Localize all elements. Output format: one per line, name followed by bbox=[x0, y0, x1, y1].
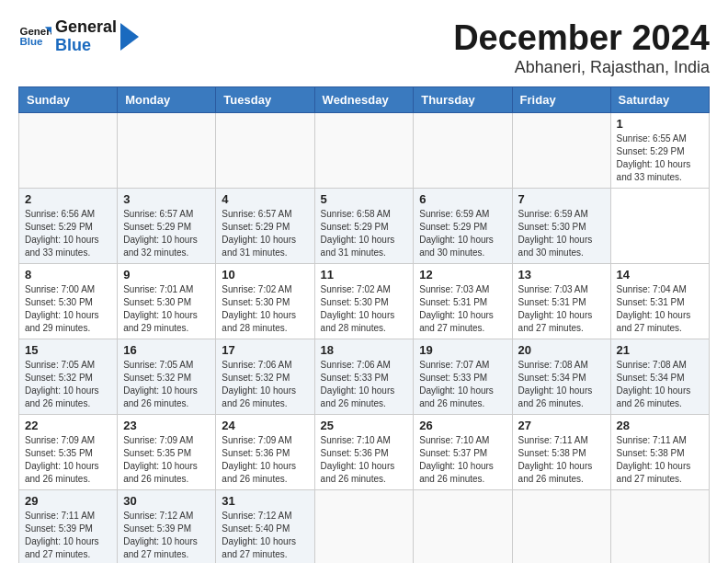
daylight: Daylight: 10 hours and 26 minutes. bbox=[518, 385, 605, 410]
day-number: 22 bbox=[25, 419, 111, 432]
day-info: Sunrise: 7:10 AM Sunset: 5:36 PM Dayligh… bbox=[321, 434, 408, 486]
calendar-day-cell: 22 Sunrise: 7:09 AM Sunset: 5:35 PM Dayl… bbox=[19, 415, 118, 490]
calendar-subtitle: Abhaneri, Rajasthan, India bbox=[453, 58, 710, 77]
calendar-day-cell: 6 Sunrise: 6:59 AM Sunset: 5:29 PM Dayli… bbox=[414, 189, 512, 264]
day-number: 10 bbox=[222, 268, 308, 282]
sunrise: Sunrise: 7:06 AM bbox=[321, 359, 408, 372]
sunset: Sunset: 5:30 PM bbox=[518, 221, 605, 234]
calendar-day-cell bbox=[314, 113, 414, 189]
calendar-day-cell: 16 Sunrise: 7:05 AM Sunset: 5:32 PM Dayl… bbox=[118, 339, 216, 415]
daylight: Daylight: 10 hours and 26 minutes. bbox=[222, 460, 308, 486]
daylight: Daylight: 10 hours and 26 minutes. bbox=[419, 385, 506, 410]
sunrise: Sunrise: 6:59 AM bbox=[518, 208, 605, 221]
calendar-day-cell bbox=[414, 490, 512, 564]
calendar-day-cell: 26 Sunrise: 7:10 AM Sunset: 5:37 PM Dayl… bbox=[414, 415, 512, 490]
svg-text:Blue: Blue bbox=[19, 36, 43, 47]
calendar-day-cell bbox=[512, 113, 610, 189]
calendar-day-cell bbox=[19, 113, 118, 189]
title-section: December 2024 Abhaneri, Rajasthan, India bbox=[453, 18, 710, 77]
calendar-day-cell: 8 Sunrise: 7:00 AM Sunset: 5:30 PM Dayli… bbox=[19, 264, 118, 339]
daylight: Daylight: 10 hours and 26 minutes. bbox=[321, 385, 408, 410]
sunrise: Sunrise: 7:08 AM bbox=[518, 359, 605, 372]
daylight: Daylight: 10 hours and 31 minutes. bbox=[321, 234, 408, 259]
day-info: Sunrise: 7:10 AM Sunset: 5:37 PM Dayligh… bbox=[419, 434, 506, 486]
calendar-day-cell: 30 Sunrise: 7:12 AM Sunset: 5:39 PM Dayl… bbox=[118, 490, 216, 564]
sunrise: Sunrise: 7:08 AM bbox=[617, 359, 703, 372]
day-info: Sunrise: 7:11 AM Sunset: 5:38 PM Dayligh… bbox=[617, 434, 703, 486]
day-info: Sunrise: 7:01 AM Sunset: 5:30 PM Dayligh… bbox=[123, 283, 210, 335]
daylight: Daylight: 10 hours and 26 minutes. bbox=[25, 385, 111, 410]
day-info: Sunrise: 6:59 AM Sunset: 5:30 PM Dayligh… bbox=[518, 208, 605, 259]
day-info: Sunrise: 7:03 AM Sunset: 5:31 PM Dayligh… bbox=[419, 283, 506, 335]
day-info: Sunrise: 6:56 AM Sunset: 5:29 PM Dayligh… bbox=[25, 208, 111, 259]
sunset: Sunset: 5:31 PM bbox=[419, 296, 506, 309]
sunrise: Sunrise: 7:06 AM bbox=[222, 359, 308, 372]
sunrise: Sunrise: 7:05 AM bbox=[123, 359, 210, 372]
sunrise: Sunrise: 7:03 AM bbox=[518, 283, 605, 296]
calendar-week-6: 29 Sunrise: 7:11 AM Sunset: 5:39 PM Dayl… bbox=[19, 490, 710, 564]
sunrise: Sunrise: 7:10 AM bbox=[419, 434, 506, 447]
col-saturday: Saturday bbox=[610, 87, 709, 113]
daylight: Daylight: 10 hours and 27 minutes. bbox=[518, 309, 605, 335]
daylight: Daylight: 10 hours and 29 minutes. bbox=[123, 309, 210, 335]
day-number: 8 bbox=[25, 268, 111, 282]
day-number: 1 bbox=[617, 117, 703, 131]
sunset: Sunset: 5:29 PM bbox=[321, 221, 408, 234]
calendar-day-cell: 21 Sunrise: 7:08 AM Sunset: 5:34 PM Dayl… bbox=[610, 339, 709, 415]
calendar-day-cell: 14 Sunrise: 7:04 AM Sunset: 5:31 PM Dayl… bbox=[610, 264, 709, 339]
sunset: Sunset: 5:37 PM bbox=[419, 447, 506, 460]
calendar-day-cell: 1 Sunrise: 6:55 AM Sunset: 5:29 PM Dayli… bbox=[610, 113, 709, 189]
daylight: Daylight: 10 hours and 32 minutes. bbox=[123, 234, 210, 259]
sunset: Sunset: 5:29 PM bbox=[617, 145, 703, 158]
sunset: Sunset: 5:35 PM bbox=[25, 447, 111, 460]
day-number: 29 bbox=[25, 494, 111, 508]
day-number: 31 bbox=[222, 494, 308, 508]
sunrise: Sunrise: 7:01 AM bbox=[123, 283, 210, 296]
calendar-day-cell bbox=[512, 490, 610, 564]
day-number: 4 bbox=[222, 192, 308, 206]
day-number: 23 bbox=[123, 419, 210, 432]
calendar-day-cell: 13 Sunrise: 7:03 AM Sunset: 5:31 PM Dayl… bbox=[512, 264, 610, 339]
daylight: Daylight: 10 hours and 27 minutes. bbox=[222, 535, 308, 561]
calendar-day-cell: 11 Sunrise: 7:02 AM Sunset: 5:30 PM Dayl… bbox=[314, 264, 414, 339]
sunrise: Sunrise: 7:00 AM bbox=[25, 283, 111, 296]
calendar-day-cell: 9 Sunrise: 7:01 AM Sunset: 5:30 PM Dayli… bbox=[118, 264, 216, 339]
svg-marker-3 bbox=[120, 23, 139, 51]
calendar-header-row: Sunday Monday Tuesday Wednesday Thursday… bbox=[19, 87, 710, 113]
sunset: Sunset: 5:32 PM bbox=[25, 372, 111, 385]
col-friday: Friday bbox=[512, 87, 610, 113]
day-number: 26 bbox=[419, 419, 506, 432]
daylight: Daylight: 10 hours and 26 minutes. bbox=[419, 460, 506, 486]
sunset: Sunset: 5:35 PM bbox=[123, 447, 210, 460]
day-number: 9 bbox=[123, 268, 210, 282]
day-number: 19 bbox=[419, 343, 506, 357]
daylight: Daylight: 10 hours and 27 minutes. bbox=[617, 309, 703, 335]
sunset: Sunset: 5:33 PM bbox=[321, 372, 408, 385]
sunset: Sunset: 5:31 PM bbox=[617, 296, 703, 309]
calendar-day-cell: 20 Sunrise: 7:08 AM Sunset: 5:34 PM Dayl… bbox=[512, 339, 610, 415]
sunrise: Sunrise: 6:56 AM bbox=[25, 208, 111, 221]
daylight: Daylight: 10 hours and 29 minutes. bbox=[25, 309, 111, 335]
calendar-day-cell: 7 Sunrise: 6:59 AM Sunset: 5:30 PM Dayli… bbox=[512, 189, 610, 264]
calendar-day-cell: 17 Sunrise: 7:06 AM Sunset: 5:32 PM Dayl… bbox=[216, 339, 314, 415]
calendar-day-cell: 18 Sunrise: 7:06 AM Sunset: 5:33 PM Dayl… bbox=[314, 339, 414, 415]
col-wednesday: Wednesday bbox=[314, 87, 414, 113]
sunset: Sunset: 5:32 PM bbox=[123, 372, 210, 385]
sunrise: Sunrise: 6:57 AM bbox=[222, 208, 308, 221]
calendar-week-1: 1 Sunrise: 6:55 AM Sunset: 5:29 PM Dayli… bbox=[19, 113, 710, 189]
day-number: 30 bbox=[123, 494, 210, 508]
day-info: Sunrise: 6:58 AM Sunset: 5:29 PM Dayligh… bbox=[321, 208, 408, 259]
sunrise: Sunrise: 7:11 AM bbox=[617, 434, 703, 447]
day-info: Sunrise: 7:02 AM Sunset: 5:30 PM Dayligh… bbox=[321, 283, 408, 335]
logo: General Blue General Blue bbox=[18, 18, 139, 55]
sunset: Sunset: 5:34 PM bbox=[518, 372, 605, 385]
sunrise: Sunrise: 7:09 AM bbox=[123, 434, 210, 447]
logo-arrow bbox=[120, 23, 139, 51]
day-number: 14 bbox=[617, 268, 703, 282]
day-info: Sunrise: 7:00 AM Sunset: 5:30 PM Dayligh… bbox=[25, 283, 111, 335]
calendar-day-cell: 3 Sunrise: 6:57 AM Sunset: 5:29 PM Dayli… bbox=[118, 189, 216, 264]
day-info: Sunrise: 7:08 AM Sunset: 5:34 PM Dayligh… bbox=[518, 359, 605, 410]
daylight: Daylight: 10 hours and 26 minutes. bbox=[518, 460, 605, 486]
calendar-day-cell: 5 Sunrise: 6:58 AM Sunset: 5:29 PM Dayli… bbox=[314, 189, 414, 264]
day-number: 7 bbox=[518, 192, 605, 206]
